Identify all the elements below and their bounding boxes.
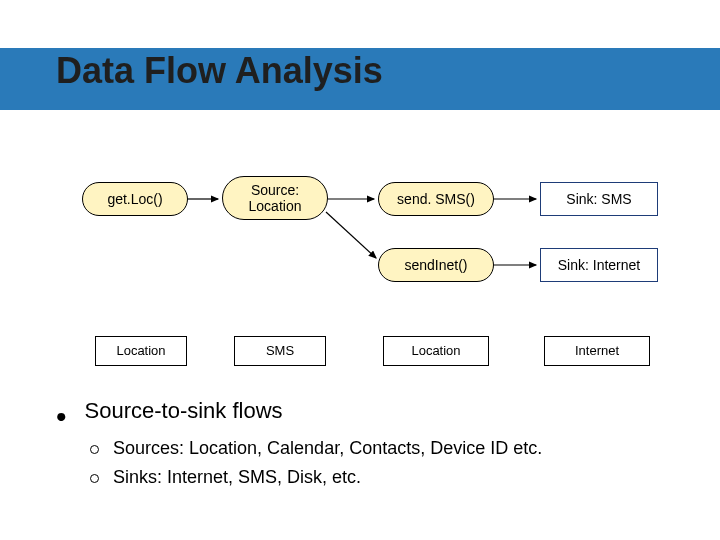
slide: Data Flow Analysis get.Loc() Source: Loc… — [0, 0, 720, 540]
result-location-1: Location — [95, 336, 187, 366]
bullet-sub-group: Sources: Location, Calendar, Contacts, D… — [90, 438, 656, 488]
svg-line-3 — [326, 212, 376, 258]
bullet-dot-icon: • — [56, 409, 67, 424]
slide-title: Data Flow Analysis — [56, 50, 383, 92]
node-sendsms: send. SMS() — [378, 182, 494, 216]
bullet-section: • Source-to-sink flows Sources: Location… — [56, 398, 656, 496]
bullet-main-row: • Source-to-sink flows — [56, 398, 656, 424]
bullet-sub-1: Sources: Location, Calendar, Contacts, D… — [90, 438, 656, 459]
result-sms: SMS — [234, 336, 326, 366]
node-sink-sms: Sink: SMS — [540, 182, 658, 216]
bullet-main-text: Source-to-sink flows — [85, 398, 283, 424]
circle-icon — [90, 474, 99, 483]
node-sendinet: sendInet() — [378, 248, 494, 282]
result-location-2: Location — [383, 336, 489, 366]
bullet-sub-2: Sinks: Internet, SMS, Disk, etc. — [90, 467, 656, 488]
result-internet: Internet — [544, 336, 650, 366]
node-getloc: get.Loc() — [82, 182, 188, 216]
node-sink-inet: Sink: Internet — [540, 248, 658, 282]
bullet-sub-1-text: Sources: Location, Calendar, Contacts, D… — [113, 438, 542, 459]
circle-icon — [90, 445, 99, 454]
bullet-sub-2-text: Sinks: Internet, SMS, Disk, etc. — [113, 467, 361, 488]
node-source: Source: Location — [222, 176, 328, 220]
